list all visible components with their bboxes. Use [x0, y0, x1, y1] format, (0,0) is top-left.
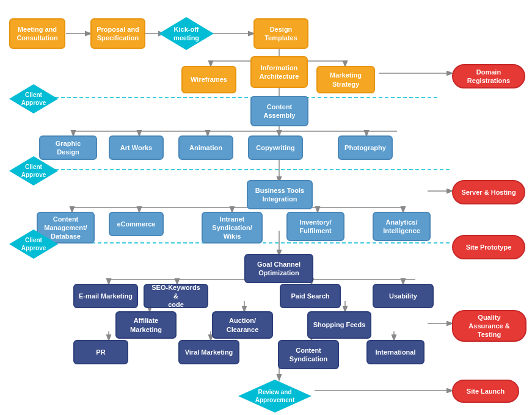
animation-node: Animation: [178, 135, 233, 160]
copywriting-node: Copywriting: [248, 135, 303, 160]
content-syndication-node: Content Syndication: [278, 340, 339, 369]
domain-registrations-node: Domain Registrations: [452, 64, 525, 88]
server-hosting-node: Server & Hosting: [452, 180, 525, 204]
ecommerce-node: eCommerce: [109, 212, 164, 236]
email-marketing-node: E-mail Marketing: [73, 284, 138, 308]
analytics-node: Analytics/ Intelligence: [373, 212, 431, 241]
inventory-node: Inventory/ Fulfilment: [286, 212, 344, 241]
kickoff-meeting-node: Kick-off meeting: [159, 17, 214, 50]
content-assembly-node: Content Assembly: [250, 96, 308, 126]
affiliate-marketing-node: Affiliate Marketing: [115, 311, 177, 339]
international-node: International: [366, 340, 425, 364]
client-approve-2-node: Client Approve: [9, 156, 58, 186]
marketing-strategy-node: Marketing Strategy: [316, 66, 375, 93]
art-works-node: Art Works: [109, 135, 164, 160]
auction-clearance-node: Auction/ Clearance: [212, 311, 273, 339]
meeting-consultation-node: Meeting and Consultation: [9, 18, 65, 49]
qa-testing-node: Quality Assurance & Testing: [452, 310, 527, 342]
viral-marketing-node: Viral Marketing: [178, 340, 239, 364]
site-prototype-node: Site Prototype: [452, 235, 525, 259]
seo-keywords-node: SEO-Keywords & code: [144, 284, 208, 308]
pr-node: PR: [73, 340, 128, 364]
proposal-specification-node: Proposal and Specification: [90, 18, 145, 49]
design-templates-node: Design Templates: [253, 18, 308, 49]
photography-node: Photography: [338, 135, 393, 160]
diagram-container: Meeting and Consultation Proposal and Sp…: [0, 0, 532, 415]
site-launch-node: Site Launch: [452, 380, 519, 403]
wireframes-node: Wireframes: [181, 66, 236, 93]
goal-channel-node: Goal Channel Optimization: [244, 254, 313, 283]
paid-search-node: Paid Search: [280, 284, 341, 308]
business-tools-node: Business Tools Integration: [247, 180, 313, 209]
info-architecture-node: Information Architecture: [250, 56, 308, 88]
client-approve-3-node: Client Approve: [9, 229, 58, 259]
shopping-feeds-node: Shopping Feeds: [307, 311, 371, 339]
usability-node: Usability: [373, 284, 434, 308]
intranet-node: Intranet Syndication/ Wikis: [202, 212, 263, 244]
review-approvement-node: Review and Approvement: [238, 380, 312, 413]
client-approve-1-node: Client Approve: [9, 84, 58, 114]
